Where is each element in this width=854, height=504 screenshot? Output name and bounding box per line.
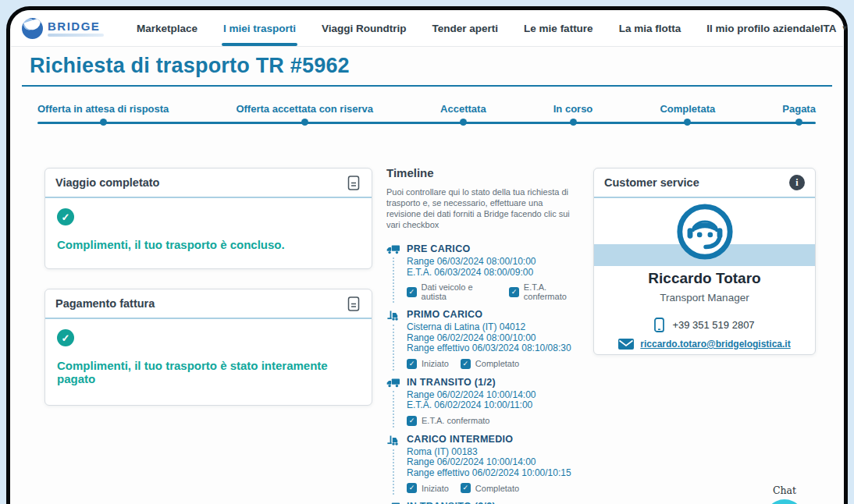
brand-logo[interactable]: BRIDGE (22, 18, 104, 39)
timeline-checkbox[interactable]: ✓ Dati veicolo e autista (407, 282, 497, 301)
timeline-detail: Range 06/02/2024 10:00/14:00 (407, 390, 536, 401)
timeline-checkbox[interactable]: ✓ Completato (461, 359, 519, 369)
stepper-step-label: Offerta in attesa di risposta (37, 103, 169, 115)
success-check-icon: ✓ (57, 329, 74, 346)
nav-item-label: I miei trasporti (223, 23, 296, 34)
nav-item-label: Le mie fatture (524, 23, 593, 34)
invoice-payment-card: Pagamento fattura ✓ Complimenti, il tuo … (44, 289, 372, 406)
stepper-step-dot (460, 119, 467, 126)
agent-email-link[interactable]: riccardo.totaro@bridgelogistica.it (640, 339, 790, 350)
checkbox-label: Iniziato (422, 359, 449, 368)
nav-item-label: Il mio profilo aziendale (706, 23, 820, 34)
timeline-checkbox[interactable]: ✓ E.T.A. confermato (407, 416, 489, 426)
stepper-step: Pagata (782, 103, 816, 126)
stepper-step-dot (301, 119, 308, 126)
agent-phone-row: +39 351 519 2807 (594, 318, 815, 332)
timeline-description: Puoi controllare qui lo stato della tua … (386, 186, 575, 230)
agent-phone: +39 351 519 2807 (672, 319, 754, 331)
timeline-step-title: CARICO INTERMEDIO (407, 434, 571, 445)
checkbox-check-icon: ✓ (407, 359, 417, 369)
card-header: Viaggio completato (45, 169, 372, 198)
forklift-icon (386, 434, 400, 495)
mail-icon (618, 339, 634, 350)
stepper-step: Accettata (440, 103, 486, 126)
timeline-steps: PRE CARICO Range 06/03/2024 08:00/10:00E… (386, 243, 589, 504)
timeline-detail: Cisterna di Latina (IT) 04012 (407, 322, 571, 333)
card-title: Viaggio completato (55, 176, 159, 189)
checkbox-label: E.T.A. confermato (422, 416, 489, 425)
timeline-detail: E.T.A. 06/03/2024 08:00/09:00 (407, 268, 589, 279)
truck-icon (386, 501, 400, 504)
timeline-step: PRIMO CARICO Cisterna di Latina (IT) 040… (386, 309, 589, 371)
timeline-connector (393, 325, 394, 371)
nav-item-le-mie-fatture[interactable]: Le mie fatture (524, 10, 593, 46)
stepper-step-label: In corso (553, 103, 593, 115)
timeline-step-title: IN TRANSITO (1/2) (407, 377, 536, 389)
checkbox-check-icon: ✓ (461, 359, 471, 369)
language-selector[interactable]: ITA ▼ (820, 23, 849, 34)
timeline-step-title: IN TRANSITO (2/2) (407, 501, 496, 504)
stepper-step-dot (100, 119, 107, 126)
checkbox-check-icon: ✓ (407, 483, 417, 493)
success-check-icon: ✓ (57, 208, 74, 225)
info-icon[interactable]: i (789, 175, 805, 190)
main-nav: MarketplaceI miei trasportiViaggi Roundt… (137, 10, 820, 46)
timeline-detail: Roma (IT) 00183 (407, 447, 571, 458)
stepper-step-label: Offerta accettata con riserva (236, 103, 373, 115)
timeline-checkbox[interactable]: ✓ E.T.A. confermato (509, 282, 589, 301)
agent-role: Transport Manager (594, 292, 815, 303)
trip-completed-card: Viaggio completato ✓ Complimenti, il tuo… (44, 168, 372, 269)
checkbox-label: Iniziato (422, 484, 449, 493)
customer-service-card: Customer service i Riccardo Totaro Trans… (593, 168, 816, 355)
nav-item-marketplace[interactable]: Marketplace (137, 10, 197, 46)
timeline-checkbox[interactable]: ✓ Iniziato (407, 483, 449, 493)
card-title: Pagamento fattura (55, 297, 155, 310)
timeline-step: PRE CARICO Range 06/03/2024 08:00/10:00E… (386, 243, 589, 303)
card-title: Customer service (604, 176, 699, 189)
stepper-step-dot (684, 119, 691, 126)
navbar-right: ITA ▼ Esci ✕ (820, 20, 854, 37)
stepper-step: In corso (553, 103, 593, 126)
timeline-connector (393, 391, 394, 428)
document-icon[interactable] (346, 295, 361, 312)
nav-item-i-miei-trasporti[interactable]: I miei trasporti (223, 10, 296, 46)
card-header: Customer service i (594, 169, 815, 198)
chat-bubble-button[interactable] (763, 499, 806, 504)
trip-completed-message: Complimenti, il tuo trasporto è concluso… (57, 238, 360, 251)
app-window: BRIDGE MarketplaceI miei trasportiViaggi… (0, 0, 854, 504)
support-agent-avatar-icon (674, 201, 735, 265)
stepper-step-label: Accettata (440, 103, 486, 115)
top-navbar: BRIDGE MarketplaceI miei trasportiViaggi… (11, 10, 843, 47)
page-title: Richiesta di trasporto TR #5962 (30, 54, 824, 78)
checkbox-check-icon: ✓ (407, 287, 417, 297)
nav-item-label: La mia flotta (619, 23, 681, 34)
nav-item-label: Tender aperti (432, 23, 499, 34)
nav-item-tender-aperti[interactable]: Tender aperti (432, 10, 499, 46)
timeline-detail: Range 06/03/2024 08:00/10:00 (407, 257, 589, 268)
nav-item-il-mio-profilo-aziendale[interactable]: Il mio profilo aziendale (706, 10, 820, 46)
stepper-step-label: Completata (660, 103, 715, 115)
stepper-step-dot (795, 119, 802, 126)
timeline-step: CARICO INTERMEDIO Roma (IT) 00183Range 0… (386, 434, 589, 495)
language-label: ITA (820, 23, 837, 34)
checkbox-check-icon: ✓ (407, 416, 417, 426)
checkbox-check-icon: ✓ (461, 483, 471, 493)
timeline-checkbox[interactable]: ✓ Completato (461, 483, 519, 493)
timeline-connector (393, 257, 394, 303)
timeline-detail: Range effettivo 06/03/2024 08:10/08:30 (407, 343, 571, 354)
status-stepper: Offerta in attesa di risposta Offerta ac… (37, 103, 816, 130)
document-icon[interactable] (346, 174, 361, 191)
payment-completed-message: Complimenti, il tuo trasporto è stato in… (57, 359, 360, 385)
timeline-detail: Range effettivo 06/02/2024 10:00/10:15 (407, 468, 571, 479)
agent-email-row: riccardo.totaro@bridgelogistica.it (594, 339, 815, 350)
nav-item-la-mia-flotta[interactable]: La mia flotta (619, 10, 681, 46)
timeline-checkbox[interactable]: ✓ Iniziato (407, 359, 449, 369)
timeline-connector (393, 449, 394, 495)
stepper-step: Completata (660, 103, 715, 126)
stepper-steps: Offerta in attesa di risposta Offerta ac… (37, 103, 816, 126)
timeline-detail: Range 06/02/2024 08:00/10:00 (407, 333, 571, 344)
stepper-step: Offerta in attesa di risposta (37, 103, 169, 126)
nav-item-viaggi-roundtrip[interactable]: Viaggi Roundtrip (322, 10, 407, 46)
truck-icon (386, 243, 400, 303)
checkbox-label: Dati veicolo e autista (422, 282, 498, 301)
